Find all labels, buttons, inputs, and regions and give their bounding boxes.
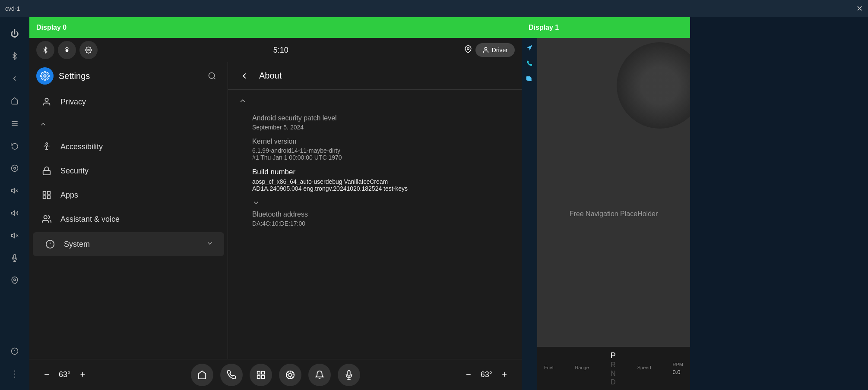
gear-r: R bbox=[611, 361, 616, 369]
about-item-build[interactable]: Build number aosp_cf_x86_64_auto-userdeb… bbox=[252, 168, 511, 192]
temp-right-control: − 63° + bbox=[462, 368, 511, 382]
temp-left-plus-button[interactable]: + bbox=[76, 368, 89, 382]
signal-status-button[interactable] bbox=[58, 41, 76, 59]
svg-rect-31 bbox=[43, 192, 46, 194]
settings-status-button[interactable] bbox=[79, 41, 98, 59]
settings-item-security[interactable]: Security bbox=[29, 159, 228, 183]
svg-point-27 bbox=[46, 143, 48, 145]
rpm-gauge: RPM 0.0 bbox=[673, 362, 683, 375]
bluetooth-status-button[interactable] bbox=[36, 41, 54, 59]
bottom-bar: − 63° + bbox=[29, 359, 522, 390]
radio-button[interactable] bbox=[5, 159, 24, 178]
build-value: aosp_cf_x86_64_auto-userdebug VanillaIce… bbox=[252, 178, 511, 192]
bottom-actions bbox=[191, 364, 360, 386]
gauge-panel: Fuel Range P R N D Speed bbox=[537, 347, 690, 390]
svg-marker-9 bbox=[12, 233, 15, 238]
temp-right-plus-button[interactable]: + bbox=[497, 368, 511, 382]
power-button[interactable]: ⏻ bbox=[5, 24, 24, 43]
main-layout: ⏻ bbox=[0, 17, 868, 390]
accessibility-label: Accessibility bbox=[60, 142, 103, 151]
bluetooth-addr-label: Bluetooth address bbox=[252, 211, 511, 218]
home-action-button[interactable] bbox=[191, 364, 213, 386]
bluetooth-section-chevron-icon bbox=[252, 199, 260, 209]
bluetooth-button[interactable] bbox=[5, 47, 24, 66]
settings-sidebar: Settings Pr bbox=[29, 62, 228, 359]
fan-action-button[interactable] bbox=[279, 364, 301, 386]
svg-line-29 bbox=[49, 146, 50, 146]
display1-inner: Free Navigation PlaceHolder Fuel Range P… bbox=[522, 38, 690, 390]
close-button[interactable]: ✕ bbox=[856, 4, 863, 13]
settings-item-privacy[interactable]: Privacy bbox=[29, 90, 228, 114]
gear-d: D bbox=[611, 378, 616, 386]
fuel-label: Fuel bbox=[544, 365, 553, 370]
svg-point-23 bbox=[44, 75, 46, 77]
location-strip-button[interactable] bbox=[5, 271, 24, 290]
driver-label: Driver bbox=[492, 47, 508, 53]
settings-item-accessibility[interactable]: Accessibility bbox=[29, 135, 228, 159]
apps-icon bbox=[40, 188, 54, 202]
display0-panel: Display 0 5:10 bbox=[29, 17, 522, 390]
menu-button[interactable] bbox=[5, 114, 24, 133]
phone-d1-icon[interactable] bbox=[523, 57, 536, 70]
nav-icon[interactable] bbox=[523, 41, 536, 54]
recent-button[interactable] bbox=[5, 136, 24, 155]
back-button[interactable] bbox=[5, 69, 24, 88]
svg-marker-5 bbox=[12, 189, 15, 193]
svg-point-4 bbox=[14, 167, 16, 170]
svg-line-28 bbox=[44, 146, 45, 146]
settings-item-system[interactable]: System bbox=[33, 232, 224, 256]
rpm-label: RPM bbox=[673, 362, 683, 367]
status-bar: 5:10 Driver bbox=[29, 38, 522, 62]
temp-right-minus-button[interactable]: − bbox=[462, 368, 475, 382]
svg-point-3 bbox=[12, 165, 18, 172]
gear-indicator: P R N D bbox=[611, 351, 616, 386]
accessibility-icon bbox=[40, 140, 54, 154]
search-button[interactable] bbox=[203, 67, 221, 85]
icon-strip: ⏻ bbox=[0, 17, 29, 390]
mute-button[interactable] bbox=[5, 226, 24, 245]
svg-point-22 bbox=[485, 47, 487, 50]
about-section-toggle[interactable] bbox=[238, 97, 511, 107]
collapse-icon[interactable] bbox=[36, 117, 50, 131]
svg-point-47 bbox=[530, 80, 532, 81]
driver-button[interactable]: Driver bbox=[475, 43, 515, 57]
security-icon bbox=[40, 164, 54, 178]
svg-rect-32 bbox=[48, 192, 50, 194]
phone-action-button[interactable] bbox=[220, 364, 243, 386]
mic-button[interactable] bbox=[5, 248, 24, 267]
info-button[interactable] bbox=[5, 342, 24, 361]
display1-content: Free Navigation PlaceHolder Fuel Range P… bbox=[537, 38, 690, 390]
svg-rect-39 bbox=[257, 371, 260, 374]
back-button[interactable] bbox=[237, 68, 252, 84]
bell-action-button[interactable] bbox=[308, 364, 331, 386]
about-item-security-patch: Android security patch level September 5… bbox=[252, 114, 511, 131]
speed-label: Speed bbox=[637, 365, 651, 370]
car-d1-icon[interactable] bbox=[523, 72, 536, 85]
section-collapse-header[interactable] bbox=[29, 114, 228, 135]
display0-header: Display 0 bbox=[29, 17, 522, 38]
svg-rect-41 bbox=[257, 375, 260, 378]
temp-left-minus-button[interactable]: − bbox=[40, 368, 54, 382]
display1-icon-strip bbox=[522, 38, 537, 390]
more-button[interactable]: ⋮ bbox=[5, 364, 24, 383]
system-expand-icon[interactable] bbox=[206, 239, 214, 249]
settings-item-assistant[interactable]: Assistant & voice bbox=[29, 207, 228, 231]
volume-up-button[interactable] bbox=[5, 204, 24, 223]
build-label: Build number bbox=[252, 168, 511, 176]
svg-point-14 bbox=[14, 279, 16, 281]
gear-p: P bbox=[611, 351, 616, 360]
svg-rect-33 bbox=[43, 196, 46, 198]
display1-label: Display 1 bbox=[529, 24, 559, 31]
about-title: About bbox=[259, 71, 282, 81]
fuel-gauge: Fuel bbox=[544, 365, 553, 372]
kernel-label: Kernel version bbox=[252, 138, 511, 145]
settings-item-apps[interactable]: Apps bbox=[29, 183, 228, 207]
home-strip-button[interactable] bbox=[5, 91, 24, 110]
mic-action-button[interactable] bbox=[338, 364, 360, 386]
grid-action-button[interactable] bbox=[250, 364, 272, 386]
security-patch-value: September 5, 2024 bbox=[252, 124, 511, 131]
rpm-value: 0.0 bbox=[673, 369, 683, 375]
settings-list: Privacy bbox=[29, 90, 228, 359]
volume-down-button[interactable] bbox=[5, 181, 24, 200]
svg-point-24 bbox=[209, 73, 215, 79]
